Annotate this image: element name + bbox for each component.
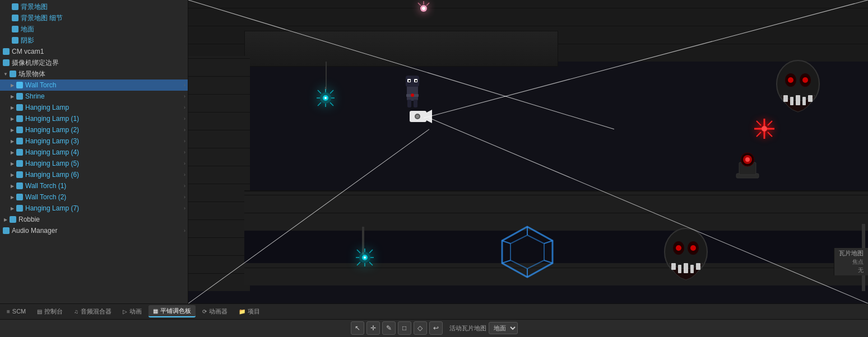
sidebar-item-hanging-lamp-4[interactable]: ▶ Hanging Lamp (4) › — [0, 147, 188, 158]
svg-rect-7 — [16, 82, 23, 88]
svg-rect-10 — [16, 115, 23, 122]
project-icon: 📁 — [239, 308, 245, 315]
svg-line-89 — [544, 241, 553, 244]
sidebar-item-hanging-lamp-3[interactable]: ▶ Hanging Lamp (3) › — [0, 135, 188, 147]
svg-rect-45 — [414, 100, 417, 107]
sidebar-item-camera-bound[interactable]: 摄像机绑定边界 — [0, 57, 188, 68]
sidebar-item-bg-detail[interactable]: 背景地图 细节 — [0, 12, 188, 24]
svg-rect-14 — [16, 160, 23, 167]
camera-indicator — [410, 108, 432, 127]
enemy-cross — [753, 118, 776, 140]
sidebar-item-hanging-lamp-1[interactable]: ▶ Hanging Lamp (1) › — [0, 113, 188, 124]
svg-rect-20 — [3, 227, 10, 234]
game-viewport[interactable]: 瓦片地图 焦点 无 — [188, 0, 868, 303]
svg-line-24 — [426, 3, 429, 6]
svg-rect-19 — [10, 216, 16, 223]
sidebar-item-scene-objects[interactable]: ▼ 场景物体 — [0, 68, 188, 79]
sidebar-item-hanging-lamp-7[interactable]: ▶ Hanging Lamp (7) › — [0, 203, 188, 214]
svg-rect-0 — [12, 3, 18, 10]
tab-tile-palette[interactable]: ▦ 平铺调色板 — [148, 305, 196, 317]
svg-rect-15 — [16, 171, 23, 178]
hanging-lamp-lower — [354, 246, 376, 269]
svg-rect-12 — [16, 138, 23, 144]
shrine-pedestal — [731, 151, 764, 192]
svg-line-78 — [357, 250, 360, 253]
sidebar-item-audio-manager[interactable]: Audio Manager › — [0, 225, 188, 236]
svg-rect-13 — [16, 149, 23, 156]
svg-line-55 — [756, 121, 761, 125]
tab-animator[interactable]: ⟳ 动画器 — [198, 305, 232, 317]
sidebar-item-ground[interactable]: 地面 — [0, 24, 188, 35]
sidebar-item-wall-torch[interactable]: ▶ Wall Torch › — [0, 79, 188, 91]
svg-point-77 — [364, 256, 366, 259]
svg-rect-1 — [12, 15, 18, 21]
svg-marker-87 — [510, 235, 544, 269]
svg-rect-64 — [783, 95, 788, 102]
tool-pick-button[interactable]: ◇ — [414, 321, 427, 335]
svg-line-32 — [318, 102, 321, 106]
svg-point-73 — [745, 157, 750, 162]
active-tilemap-label: 活动瓦片地图 — [449, 324, 486, 333]
bottom-right-info: 瓦片地图 焦点 无 — [834, 248, 868, 275]
sidebar-item-hanging-lamp[interactable]: ▶ Hanging Lamp › — [0, 102, 188, 113]
palette-icon: ▦ — [153, 308, 158, 314]
game-scene: 瓦片地图 焦点 无 — [188, 0, 868, 303]
svg-rect-6 — [10, 71, 16, 77]
focus-label: 焦点 — [852, 258, 864, 266]
svg-line-81 — [369, 262, 373, 265]
tab-bar: ≡ SCM ▤ 控制台 ♫ 音频混合器 ▷ 动画 ▦ 平铺调色板 ⟳ 动画器 📁… — [0, 304, 868, 320]
svg-point-97 — [676, 245, 681, 251]
sidebar-item-shadow[interactable]: 阴影 — [0, 35, 188, 46]
tab-animation[interactable]: ▷ 动画 — [118, 305, 146, 317]
svg-rect-9 — [16, 104, 23, 111]
svg-rect-101 — [684, 263, 688, 273]
sidebar-item-cm-vcam1[interactable]: CM vcam1 — [0, 46, 188, 57]
sidebar-item-wall-torch-1[interactable]: ▶ Wall Torch (1) › — [0, 180, 188, 191]
focus-value: 无 — [858, 266, 864, 274]
svg-line-23 — [418, 3, 421, 6]
svg-line-80 — [357, 262, 360, 265]
tool-paint-button[interactable]: ✎ — [382, 321, 396, 335]
tool-rect-button[interactable]: □ — [398, 321, 411, 335]
tab-audio-mixer[interactable]: ♫ 音频混合器 — [69, 305, 116, 317]
sidebar-item-wall-torch-2[interactable]: ▶ Wall Torch (2) › — [0, 191, 188, 203]
svg-rect-67 — [802, 97, 806, 105]
sidebar-item-shrine[interactable]: ▶ Shrine › — [0, 91, 188, 102]
tools-row: ↖ ✛ ✎ □ ◇ ↩ 活动瓦片地图 地面 — [0, 320, 868, 337]
svg-rect-66 — [796, 95, 800, 105]
svg-rect-43 — [415, 80, 417, 82]
svg-point-98 — [690, 245, 696, 251]
svg-rect-2 — [12, 26, 18, 32]
tab-scm[interactable]: ≡ SCM — [2, 305, 30, 317]
svg-rect-8 — [16, 93, 23, 100]
active-tilemap-select[interactable]: 地面 — [489, 322, 518, 334]
main-area: 背景地图 背景地图 细节 地面 阴影 CM vcam1 摄像机绑定边界 — [0, 0, 868, 303]
sidebar-item-hanging-lamp-5[interactable]: ▶ Hanging Lamp (5) › — [0, 158, 188, 169]
svg-line-33 — [330, 102, 333, 106]
sidebar-item-hanging-lamp-6[interactable]: ▶ Hanging Lamp (6) › — [0, 169, 188, 180]
sidebar-item-robbie[interactable]: ▶ Robbie — [0, 214, 188, 225]
sidebar-item-bg-tilemap[interactable]: 背景地图 — [0, 1, 188, 12]
svg-rect-99 — [671, 263, 676, 270]
audio-icon: ♫ — [74, 308, 78, 315]
sidebar-item-hanging-lamp-2[interactable]: ▶ Hanging Lamp (2) › — [0, 124, 188, 135]
svg-rect-44 — [407, 100, 411, 107]
svg-line-79 — [369, 250, 373, 253]
tool-erase-button[interactable]: ↩ — [429, 321, 443, 335]
tab-project[interactable]: 📁 项目 — [234, 305, 264, 317]
svg-rect-42 — [409, 80, 410, 82]
svg-rect-18 — [16, 205, 23, 212]
character-robbie — [398, 73, 426, 112]
svg-line-58 — [768, 132, 772, 137]
svg-rect-65 — [790, 97, 793, 105]
svg-point-63 — [802, 77, 808, 83]
tab-console[interactable]: ▤ 控制台 — [33, 305, 67, 317]
tool-select-button[interactable]: ↖ — [351, 321, 364, 335]
tool-move-button[interactable]: ✛ — [366, 321, 380, 335]
svg-point-51 — [416, 115, 419, 118]
svg-point-22 — [422, 7, 425, 10]
svg-line-90 — [544, 260, 553, 263]
svg-rect-103 — [696, 263, 700, 270]
scm-icon: ≡ — [7, 308, 10, 315]
svg-point-47 — [411, 93, 414, 97]
